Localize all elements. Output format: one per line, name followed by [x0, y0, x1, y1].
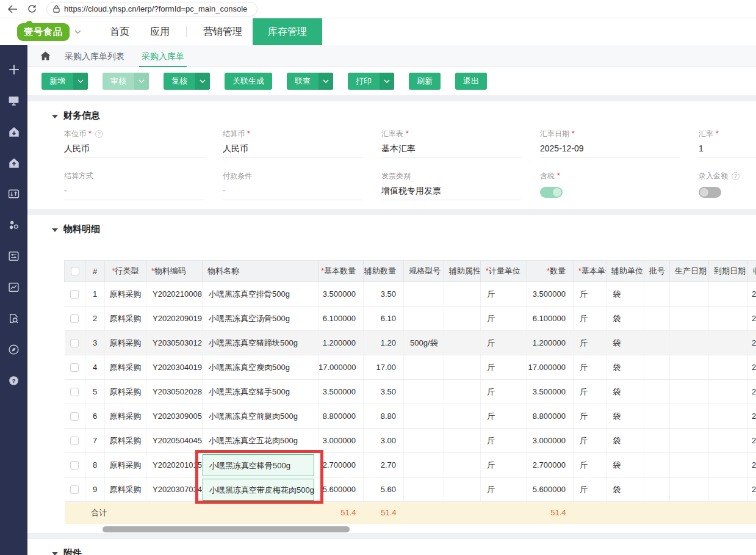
cell-edge: 2 — [748, 429, 756, 453]
new-button[interactable]: 新增 — [41, 73, 88, 90]
cell-no: 6 — [85, 404, 105, 429]
exit-button[interactable]: 退出 — [455, 73, 487, 90]
cell-unit: 斤 — [481, 380, 527, 404]
entry-amount-toggle[interactable] — [699, 187, 721, 198]
linked-query-dropdown-chevron-icon[interactable] — [319, 73, 333, 90]
materials-section-header[interactable]: 物料明细 — [27, 215, 756, 238]
field-settle-method: 结算方式- — [64, 170, 204, 200]
modules-hexagons-icon[interactable] — [0, 209, 27, 241]
filter-panel-icon[interactable] — [0, 241, 27, 272]
cell-batch — [644, 380, 670, 404]
tax-included-toggle[interactable] — [540, 187, 563, 198]
rate-date-value[interactable]: 2025-12-09 — [540, 139, 680, 158]
nav-item-2[interactable]: 营销管理 — [193, 18, 253, 45]
chevron-down-icon[interactable] — [74, 30, 81, 34]
collapse-triangle-icon — [52, 552, 58, 555]
nav-item-3[interactable]: 库存管理 — [253, 18, 322, 45]
payment-terms-value[interactable]: - — [223, 181, 363, 200]
company-logo[interactable]: 壹号食品 — [17, 23, 70, 41]
table-row[interactable]: 7原料采购Y2020504045小嘿黑冻真空五花肉500g3.0000003.0… — [65, 429, 756, 453]
back-icon[interactable] — [7, 5, 18, 13]
url-text: https://cloud.yhsp.cn/ierp/?formId=pc_ma… — [64, 4, 247, 13]
nav-item-1[interactable]: 应用 — [140, 18, 180, 45]
cell-exp_date — [709, 307, 748, 331]
row-checkbox[interactable] — [70, 485, 79, 494]
finance-section-header[interactable]: 财务信息 — [27, 101, 756, 125]
row-checkbox[interactable] — [70, 437, 79, 445]
cell-name: 小嘿黑冻真空棒骨500g — [203, 453, 319, 477]
relate-generate-button[interactable]: 关联生成 — [225, 73, 272, 90]
monitor-icon[interactable] — [0, 85, 27, 116]
required-star: * — [406, 129, 409, 138]
material-name-highlight[interactable]: 小嘿黑冻真空带皮梅花肉500g — [203, 479, 314, 501]
help-icon[interactable]: ? — [0, 365, 27, 396]
cell-unit: 斤 — [481, 331, 527, 355]
invoice-type-value[interactable]: 增值税专用发票 — [381, 181, 522, 200]
print-dropdown-chevron-icon[interactable] — [380, 73, 394, 90]
recheck-button[interactable]: 复核 — [164, 73, 210, 90]
cell-aux_unit: 袋 — [607, 282, 644, 307]
rate-table-value[interactable]: 基本汇率 — [381, 139, 522, 158]
exit-button-label: 退出 — [455, 73, 487, 90]
new-dropdown-chevron-icon[interactable] — [73, 73, 88, 90]
row-checkbox[interactable] — [70, 339, 79, 347]
recheck-dropdown-chevron-icon[interactable] — [195, 73, 210, 90]
cell-line_type: 原料采购 — [105, 453, 146, 477]
outbound-house-icon[interactable] — [0, 147, 27, 178]
material-name-highlight[interactable]: 小嘿黑冻真空棒骨500g — [203, 454, 314, 476]
table-row[interactable]: 1原料采购Y2020210008小嘿黑冻真空排骨500g3.5000003.50… — [65, 282, 756, 307]
transfer-box-icon[interactable] — [0, 178, 27, 209]
address-bar[interactable]: https://cloud.yhsp.cn/ierp/?formId=pc_ma… — [46, 2, 257, 16]
audit-button[interactable]: 审核 — [103, 73, 149, 90]
table-row[interactable]: 8原料采购Y2020201015小嘿黑冻真空棒骨500g2.7000002.70… — [65, 453, 756, 477]
nav-item-0[interactable]: 首页 — [99, 18, 140, 45]
select-all-checkbox[interactable] — [71, 267, 79, 275]
cell-unit: 斤 — [481, 453, 527, 477]
table-row[interactable]: 6原料采购Y2020309005小嘿黑冻真空前腿肉500g8.8000008.8… — [65, 404, 756, 429]
help-icon[interactable]: ? — [732, 172, 740, 180]
column-header-3: 物料名称 — [203, 261, 319, 282]
table-row[interactable]: 3原料采购Y2030503012小嘿黑冻真空猪蹄块500g1.2000001.2… — [65, 331, 756, 355]
help-icon[interactable]: ? — [95, 130, 103, 138]
row-checkbox-cell — [65, 453, 85, 477]
report-chart-icon[interactable] — [0, 272, 27, 303]
reload-icon[interactable] — [27, 4, 37, 13]
row-checkbox[interactable] — [70, 290, 79, 299]
plus-icon[interactable] — [0, 54, 27, 85]
base-currency-value[interactable]: 人民币 — [64, 139, 204, 158]
table-row[interactable]: 9原料采购Y2020307034小嘿黑冻真空带皮梅花肉500g5.6000005… — [65, 477, 756, 502]
attachment-section-header[interactable]: 附件 — [27, 539, 756, 555]
settle-currency-value[interactable]: 人民币 — [223, 139, 363, 158]
linked-query-button[interactable]: 联查 — [287, 73, 333, 90]
new-button-label: 新增 — [41, 73, 73, 90]
row-checkbox[interactable] — [70, 314, 79, 323]
row-checkbox[interactable] — [70, 412, 79, 421]
cell-no: 7 — [85, 429, 105, 453]
table-row[interactable]: 5原料采购Y2030502028小嘿黑冻真空猪手500g3.5000003.50… — [65, 380, 756, 404]
row-checkbox-cell — [65, 331, 85, 355]
refresh-button[interactable]: 刷新 — [409, 73, 441, 90]
tab-0[interactable]: 采购入库单列表 — [56, 45, 133, 67]
table-row[interactable]: 4原料采购Y2020304019小嘿黑冻真空瘦肉500g17.00000017.… — [65, 355, 756, 380]
exchange-rate-value[interactable]: 1 — [699, 139, 756, 158]
doc-search-icon[interactable] — [0, 303, 27, 334]
audit-dropdown-chevron-icon[interactable] — [134, 73, 149, 90]
cell-unit: 斤 — [481, 307, 527, 331]
row-checkbox[interactable] — [70, 363, 79, 372]
print-button[interactable]: 打印 — [348, 73, 394, 90]
row-checkbox[interactable] — [70, 461, 79, 470]
row-checkbox[interactable] — [70, 388, 79, 396]
toggle-knob — [700, 188, 708, 197]
inbound-house-icon[interactable] — [0, 116, 27, 147]
compass-icon[interactable] — [0, 334, 27, 365]
cell-base_unit: 斤 — [574, 380, 607, 404]
scrollbar-thumb[interactable] — [103, 526, 350, 532]
cell-exp_date — [709, 404, 748, 429]
table-row[interactable]: 2原料采购Y2020209019小嘿黑冻真空汤骨500g6.1000006.10… — [65, 307, 756, 331]
settle-method-value[interactable]: - — [64, 181, 204, 200]
cell-base_qty: 5.600000 — [319, 477, 364, 502]
row-checkbox-cell — [65, 282, 85, 307]
home-icon[interactable] — [40, 51, 51, 60]
tab-1[interactable]: 采购入库单 — [133, 45, 193, 67]
cell-base_qty: 3.000000 — [319, 429, 364, 453]
